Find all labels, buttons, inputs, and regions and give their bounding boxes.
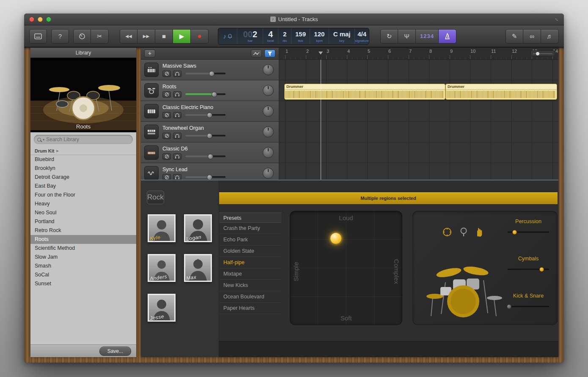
play-button[interactable]: ▶ xyxy=(173,29,191,44)
library-item[interactable]: Portland xyxy=(30,217,136,226)
search-field[interactable]: ▾ xyxy=(34,135,133,144)
lcd-mode-segment[interactable]: ♪ xyxy=(218,28,237,44)
solo-button[interactable] xyxy=(173,91,181,98)
lcd-key-segment[interactable]: C maj key xyxy=(329,28,355,44)
solo-button[interactable] xyxy=(173,153,181,160)
volume-slider[interactable] xyxy=(185,112,225,117)
library-item[interactable]: East Bay xyxy=(30,182,136,191)
slider-knob[interactable] xyxy=(539,267,544,272)
automation-button[interactable] xyxy=(251,49,262,57)
preset-item[interactable]: Paper Hearts xyxy=(219,303,281,314)
editors-button[interactable]: ✂ xyxy=(91,29,109,44)
mute-button[interactable] xyxy=(162,71,171,77)
volume-knob[interactable] xyxy=(207,112,212,118)
preset-item[interactable]: Echo Park xyxy=(219,234,281,246)
lcd-tick-segment[interactable]: 159 tick xyxy=(291,28,310,44)
cymbals-slider[interactable] xyxy=(505,267,552,272)
library-item[interactable]: Heavy xyxy=(30,199,136,208)
timeline-lanes[interactable]: Drummer Drummer xyxy=(279,60,558,180)
lcd-beat-segment[interactable]: 4 beat xyxy=(263,28,278,44)
lcd-display[interactable]: ♪ 002 bar 4 beat 2 div 159 tick 120 bpm xyxy=(218,28,369,45)
pan-knob[interactable] xyxy=(263,64,274,75)
mute-button[interactable] xyxy=(162,174,171,180)
playhead[interactable] xyxy=(321,60,321,180)
library-item[interactable]: Detroit Garage xyxy=(30,173,136,182)
track-row[interactable]: Tonewheel Organ xyxy=(141,122,279,142)
drummer-region[interactable]: Drummer xyxy=(445,84,557,100)
media-browser-button[interactable]: ♬ xyxy=(541,29,559,44)
library-item[interactable]: Brooklyn xyxy=(30,164,136,173)
library-item[interactable]: Smash xyxy=(30,262,136,270)
solo-button[interactable] xyxy=(173,71,181,77)
volume-knob[interactable] xyxy=(207,133,212,139)
handclap-icon[interactable] xyxy=(475,227,484,237)
volume-knob[interactable] xyxy=(209,71,214,76)
percussion-slider[interactable] xyxy=(505,229,552,235)
library-item[interactable]: Bluebird xyxy=(30,155,136,164)
drum-kit-illustration[interactable] xyxy=(416,246,513,322)
metronome-button[interactable] xyxy=(439,29,456,44)
slider-knob[interactable] xyxy=(507,304,511,309)
volume-knob[interactable] xyxy=(212,92,217,97)
volume-slider[interactable] xyxy=(185,175,225,180)
track-row-selected[interactable]: Roots xyxy=(141,80,279,101)
add-track-button[interactable]: + xyxy=(144,49,155,57)
preset-item[interactable]: Ocean Boulevard xyxy=(219,291,281,303)
pan-knob[interactable] xyxy=(263,168,274,179)
close-button[interactable] xyxy=(29,17,34,22)
preset-item-selected[interactable]: Half-pipe xyxy=(219,257,281,268)
lcd-tempo-segment[interactable]: 120 bpm xyxy=(310,28,329,44)
tambourine-icon[interactable] xyxy=(442,227,452,237)
mute-button[interactable] xyxy=(162,91,171,98)
preset-item[interactable]: Crash the Party xyxy=(219,223,281,234)
lcd-signature-segment[interactable]: 4/4 signature xyxy=(355,28,369,44)
volume-slider[interactable] xyxy=(185,92,225,97)
preset-item[interactable]: New Kicks xyxy=(219,280,281,291)
drummer-avatar[interactable]: Jesse xyxy=(148,294,176,322)
breadcrumb[interactable]: Drum Kit ▸ xyxy=(30,147,136,155)
zoom-slider[interactable] xyxy=(530,50,555,56)
solo-button[interactable] xyxy=(173,174,181,180)
smart-controls-button[interactable] xyxy=(73,29,91,44)
volume-slider[interactable] xyxy=(185,154,225,159)
mute-button[interactable] xyxy=(162,112,171,118)
library-item-selected[interactable]: Roots xyxy=(30,235,136,244)
library-item[interactable]: Slow Jam xyxy=(30,253,136,262)
lcd-bar-segment[interactable]: 002 bar xyxy=(237,28,263,44)
drummer-avatar[interactable]: Kyle xyxy=(148,214,176,242)
search-input[interactable] xyxy=(46,137,129,142)
preset-item[interactable]: Golden State xyxy=(219,246,281,257)
pan-knob[interactable] xyxy=(263,126,274,137)
loop-browser-button[interactable]: ∞ xyxy=(523,29,541,44)
volume-slider[interactable] xyxy=(185,71,225,76)
solo-button[interactable] xyxy=(173,133,181,139)
xy-pad[interactable]: Loud Soft Simple Complex xyxy=(290,211,402,325)
track-row[interactable]: Massive Saws xyxy=(141,60,279,80)
drummer-avatar[interactable]: Max xyxy=(184,254,212,282)
titlebar[interactable]: ♪ Untitled - Tracks ↔ xyxy=(24,14,564,25)
volume-slider[interactable] xyxy=(185,133,225,138)
rewind-button[interactable]: ◀◀ xyxy=(120,29,137,44)
library-item[interactable]: Scientific Method xyxy=(30,244,136,253)
forward-button[interactable]: ▶▶ xyxy=(137,29,155,44)
library-item[interactable]: Sunset xyxy=(30,279,136,288)
track-row[interactable]: Classic Electric Piano xyxy=(141,101,279,122)
kick-snare-slider[interactable] xyxy=(505,304,552,309)
cycle-button[interactable]: ↻ xyxy=(380,29,398,44)
stop-button[interactable]: ■ xyxy=(155,29,173,44)
record-button[interactable]: ● xyxy=(191,29,209,44)
track-row[interactable]: Sync Lead xyxy=(141,163,279,180)
pan-knob[interactable] xyxy=(263,106,274,117)
library-item[interactable]: Four on the Floor xyxy=(30,191,136,199)
drummer-avatar[interactable]: Anders xyxy=(148,254,176,282)
fullscreen-icon[interactable]: ↔ xyxy=(553,15,561,23)
slider-knob[interactable] xyxy=(512,230,517,235)
mute-button[interactable] xyxy=(162,153,171,160)
note-pad-button[interactable]: ✎ xyxy=(506,29,523,44)
flex-button[interactable] xyxy=(264,49,275,57)
solo-button[interactable] xyxy=(173,112,181,118)
library-toggle-button[interactable] xyxy=(29,29,47,44)
zoom-button[interactable] xyxy=(46,17,51,22)
zoom-slider-knob[interactable] xyxy=(536,52,539,55)
pan-knob[interactable] xyxy=(263,147,274,158)
